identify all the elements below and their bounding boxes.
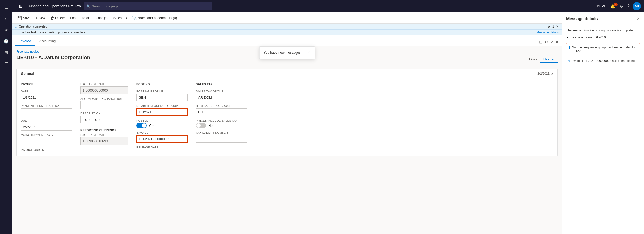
- prices-include-group: Prices include sales tax No: [196, 119, 247, 128]
- invoice-field-input[interactable]: [136, 135, 188, 143]
- release-date-group: Release date: [136, 146, 188, 149]
- exchange-column: Exchange rate Secondary exchange rate De…: [80, 83, 128, 151]
- posting-section-label: POSTING: [136, 83, 188, 86]
- home-icon[interactable]: ⌂: [1, 13, 11, 24]
- collapse-section: ∧ Invoice account: DE-010: [566, 35, 640, 39]
- right-panel: Message details ✕ The free text invoice …: [562, 12, 644, 234]
- panel-description: The free text invoice posting process is…: [566, 29, 640, 32]
- exchange-rate-label: Exchange rate: [80, 83, 128, 86]
- tab-lines[interactable]: Lines: [526, 56, 540, 63]
- due-input[interactable]: [21, 123, 72, 131]
- sales-tax-group-input[interactable]: [196, 94, 247, 101]
- page-title: DE-010 - A.Datum Corporation: [16, 55, 90, 60]
- form-body: INVOICE Date Payment terms base date Due: [17, 78, 557, 156]
- refresh-icon[interactable]: ↻: [545, 40, 548, 44]
- invoice-account: Invoice account: DE-010: [570, 35, 606, 39]
- invoice-field-label: Invoice: [136, 131, 188, 134]
- sales-tax-group-label: Sales tax group: [196, 90, 247, 93]
- date-input[interactable]: [21, 94, 72, 101]
- search-input[interactable]: [92, 4, 210, 8]
- tab-bar: You have new messages. ✕ Invoice Account…: [12, 35, 562, 46]
- secondary-exchange-input[interactable]: [80, 101, 128, 109]
- help-icon[interactable]: ?: [626, 3, 631, 10]
- process-complete-bar: ℹ The free text invoice posting process …: [12, 30, 562, 35]
- delete-icon: 🗑: [51, 16, 54, 20]
- modules-icon[interactable]: ☰: [1, 59, 11, 69]
- delete-button[interactable]: 🗑 Delete: [49, 15, 67, 21]
- sales-tax-button[interactable]: Sales tax: [111, 15, 129, 21]
- prices-include-label: Prices include sales tax: [196, 119, 247, 122]
- totals-button[interactable]: Totals: [80, 15, 92, 21]
- cash-discount-input[interactable]: [21, 138, 72, 145]
- message-details-link[interactable]: Message details: [536, 31, 559, 34]
- info-icon-2: ℹ: [15, 31, 17, 34]
- action-bar: 💾 Save + New 🗑 Delete Post Totals: [12, 12, 562, 24]
- chevron-up-panel-icon[interactable]: ∧: [566, 35, 569, 39]
- content-area: 💾 Save + New 🗑 Delete Post Totals: [12, 12, 644, 234]
- charges-button[interactable]: Charges: [93, 15, 110, 21]
- posting-profile-label: Posting profile: [136, 90, 188, 93]
- description-input[interactable]: [80, 116, 128, 123]
- section-date: 2/2/2021 ∧: [537, 72, 553, 75]
- sales-tax-group-group: Sales tax group: [196, 90, 247, 101]
- reporting-currency-label: REPORTING CURRENCY: [80, 129, 128, 132]
- settings-icon[interactable]: ⚙: [619, 3, 624, 10]
- posted-label: Posted: [136, 119, 188, 122]
- new-button[interactable]: + New: [34, 15, 48, 21]
- workspaces-icon[interactable]: ⊞: [1, 47, 11, 58]
- invoice-field-group: Invoice: [136, 131, 188, 143]
- notification-bell[interactable]: 🔔 1: [609, 4, 617, 9]
- popout-icon[interactable]: ⤢: [550, 40, 553, 44]
- popup-close-icon[interactable]: ✕: [308, 51, 310, 55]
- due-label: Due: [21, 119, 72, 122]
- expand-icon[interactable]: ⊡: [539, 40, 543, 44]
- right-panel-header: Message details ✕: [562, 12, 644, 25]
- grid-icon[interactable]: ⊞: [15, 1, 26, 11]
- close-notif-icon[interactable]: ✕: [556, 25, 559, 28]
- posted-group: Posted Yes: [136, 119, 188, 128]
- search-icon: 🔍: [86, 4, 90, 8]
- description-label: Description: [80, 112, 128, 115]
- exchange-rate-input[interactable]: [80, 86, 128, 94]
- chevron-up-icon[interactable]: ∧: [548, 25, 550, 28]
- number-sequence-group: Number sequence group: [136, 104, 188, 116]
- op-completed-bar: ℹ Operation completed ∧ 2 ✕: [12, 24, 562, 30]
- message-item-2: ℹ Invoice FTI-2021-000000002 has been po…: [566, 57, 640, 65]
- info-icon-msg-2: ℹ: [568, 59, 570, 63]
- posted-toggle[interactable]: [136, 123, 147, 128]
- item-sales-tax-input[interactable]: [196, 108, 247, 116]
- collapse-icon[interactable]: ∧: [551, 72, 553, 75]
- prices-include-toggle[interactable]: [196, 123, 206, 128]
- section-header: General 2/2/2021 ∧: [17, 69, 557, 78]
- save-icon: 💾: [17, 16, 22, 20]
- avatar[interactable]: AD: [633, 2, 641, 10]
- tab-accounting[interactable]: Accounting: [35, 37, 60, 46]
- view-tabs: Lines Header: [526, 56, 558, 63]
- save-button[interactable]: 💾 Save: [15, 15, 33, 21]
- posting-profile-group: Posting profile: [136, 90, 188, 101]
- general-section: General 2/2/2021 ∧ INVOICE Date: [16, 69, 558, 156]
- sales-tax-section-label: SALES TAX: [196, 83, 247, 86]
- main-area: ⊞ Finance and Operations Preview 🔍 DEMF …: [12, 0, 644, 234]
- right-panel-close-icon[interactable]: ✕: [637, 17, 640, 21]
- close-page-icon[interactable]: ✕: [555, 40, 559, 44]
- invoice-origin-label: Invoice origin: [21, 148, 72, 151]
- payment-terms-input[interactable]: [21, 108, 72, 116]
- hamburger-icon[interactable]: ☰: [1, 2, 11, 12]
- cash-discount-label: Cash discount date: [21, 134, 72, 137]
- tab-header[interactable]: Header: [540, 56, 558, 63]
- prices-include-toggle-group: No: [196, 123, 247, 128]
- tab-invoice[interactable]: Invoice: [15, 37, 35, 46]
- new-icon: +: [36, 16, 38, 20]
- date-group: Date: [21, 90, 72, 101]
- number-sequence-input[interactable]: [136, 108, 188, 116]
- search-bar[interactable]: 🔍: [84, 2, 212, 10]
- favorites-icon[interactable]: ★: [1, 25, 11, 35]
- rep-exchange-group: Exchange rate: [80, 133, 128, 145]
- tax-exempt-input[interactable]: [196, 135, 247, 143]
- rep-exchange-input[interactable]: [80, 137, 128, 145]
- notes-button[interactable]: 📎 Notes and attachments (0): [130, 15, 179, 21]
- recent-icon[interactable]: 🕐: [1, 36, 11, 46]
- posting-profile-input[interactable]: [136, 94, 188, 101]
- post-button[interactable]: Post: [68, 15, 79, 21]
